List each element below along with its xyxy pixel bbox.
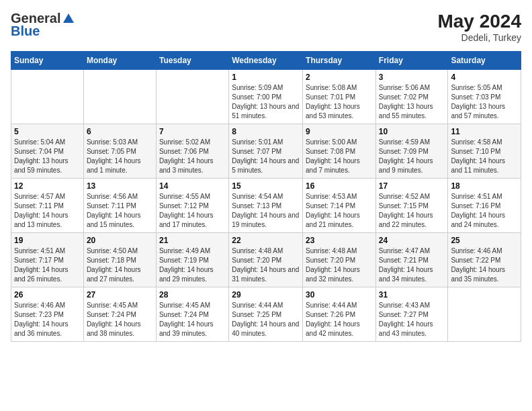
day-number: 3 <box>379 73 445 82</box>
calendar-cell: 18Sunrise: 4:51 AMSunset: 7:16 PMDayligh… <box>448 179 521 233</box>
day-info: Sunrise: 4:52 AMSunset: 7:15 PMDaylight:… <box>379 192 445 230</box>
calendar-table: SundayMondayTuesdayWednesdayThursdayFrid… <box>11 51 521 342</box>
day-number: 28 <box>159 290 226 300</box>
calendar-cell: 15Sunrise: 4:54 AMSunset: 7:13 PMDayligh… <box>229 179 303 233</box>
page-header: General Blue May 2024 Dedeli, Turkey <box>11 11 521 43</box>
calendar-cell: 7Sunrise: 5:02 AMSunset: 7:06 PMDaylight… <box>156 124 228 179</box>
calendar-cell: 12Sunrise: 4:57 AMSunset: 7:11 PMDayligh… <box>11 179 84 233</box>
day-number: 27 <box>87 290 153 300</box>
day-number: 5 <box>14 127 81 136</box>
day-info: Sunrise: 5:02 AMSunset: 7:06 PMDaylight:… <box>159 138 226 175</box>
calendar-cell: 20Sunrise: 4:50 AMSunset: 7:18 PMDayligh… <box>83 233 156 287</box>
day-info: Sunrise: 4:44 AMSunset: 7:25 PMDaylight:… <box>232 301 300 338</box>
month-title: May 2024 <box>437 11 521 32</box>
calendar-cell <box>448 287 521 342</box>
day-number: 6 <box>87 127 153 136</box>
calendar-week-row: 5Sunrise: 5:04 AMSunset: 7:04 PMDaylight… <box>11 124 521 179</box>
calendar-cell: 4Sunrise: 5:05 AMSunset: 7:03 PMDaylight… <box>448 70 521 124</box>
calendar-week-row: 1Sunrise: 5:09 AMSunset: 7:00 PMDaylight… <box>11 70 521 124</box>
weekday-header-friday: Friday <box>375 52 448 70</box>
day-info: Sunrise: 4:43 AMSunset: 7:27 PMDaylight:… <box>379 301 445 338</box>
calendar-cell: 19Sunrise: 4:51 AMSunset: 7:17 PMDayligh… <box>11 233 84 287</box>
day-info: Sunrise: 5:06 AMSunset: 7:02 PMDaylight:… <box>379 83 445 121</box>
calendar-cell: 2Sunrise: 5:08 AMSunset: 7:01 PMDaylight… <box>303 70 376 124</box>
calendar-week-row: 12Sunrise: 4:57 AMSunset: 7:11 PMDayligh… <box>11 179 521 233</box>
calendar-cell <box>156 70 228 124</box>
calendar-cell <box>83 70 156 124</box>
day-info: Sunrise: 5:01 AMSunset: 7:07 PMDaylight:… <box>232 138 300 175</box>
day-info: Sunrise: 5:08 AMSunset: 7:01 PMDaylight:… <box>306 83 373 121</box>
calendar-cell: 1Sunrise: 5:09 AMSunset: 7:00 PMDaylight… <box>229 70 303 124</box>
day-number: 4 <box>451 73 518 82</box>
day-info: Sunrise: 4:58 AMSunset: 7:10 PMDaylight:… <box>451 138 518 175</box>
day-info: Sunrise: 4:56 AMSunset: 7:11 PMDaylight:… <box>87 192 153 230</box>
weekday-header-wednesday: Wednesday <box>229 52 303 70</box>
calendar-cell: 13Sunrise: 4:56 AMSunset: 7:11 PMDayligh… <box>83 179 156 233</box>
calendar-cell: 22Sunrise: 4:48 AMSunset: 7:20 PMDayligh… <box>229 233 303 287</box>
calendar-cell: 5Sunrise: 5:04 AMSunset: 7:04 PMDaylight… <box>11 124 84 179</box>
day-info: Sunrise: 4:57 AMSunset: 7:11 PMDaylight:… <box>14 192 81 230</box>
calendar-cell: 17Sunrise: 4:52 AMSunset: 7:15 PMDayligh… <box>375 179 448 233</box>
calendar-cell: 8Sunrise: 5:01 AMSunset: 7:07 PMDaylight… <box>229 124 303 179</box>
day-info: Sunrise: 5:09 AMSunset: 7:00 PMDaylight:… <box>232 83 300 121</box>
day-number: 15 <box>232 181 300 191</box>
title-area: May 2024 Dedeli, Turkey <box>437 11 521 43</box>
calendar-cell: 23Sunrise: 4:48 AMSunset: 7:20 PMDayligh… <box>303 233 376 287</box>
calendar-cell: 21Sunrise: 4:49 AMSunset: 7:19 PMDayligh… <box>156 233 228 287</box>
logo-blue-text: Blue <box>11 24 75 39</box>
day-info: Sunrise: 4:59 AMSunset: 7:09 PMDaylight:… <box>379 138 445 175</box>
day-info: Sunrise: 4:48 AMSunset: 7:20 PMDaylight:… <box>306 246 373 284</box>
weekday-header-sunday: Sunday <box>11 52 84 70</box>
calendar-cell: 25Sunrise: 4:46 AMSunset: 7:22 PMDayligh… <box>448 233 521 287</box>
calendar-cell: 6Sunrise: 5:03 AMSunset: 7:05 PMDaylight… <box>83 124 156 179</box>
day-info: Sunrise: 4:53 AMSunset: 7:14 PMDaylight:… <box>306 192 373 230</box>
day-number: 31 <box>379 290 445 300</box>
day-number: 17 <box>379 181 445 191</box>
day-number: 30 <box>306 290 373 300</box>
calendar-cell: 16Sunrise: 4:53 AMSunset: 7:14 PMDayligh… <box>303 179 376 233</box>
day-number: 23 <box>306 236 373 245</box>
day-number: 16 <box>306 181 373 191</box>
day-number: 25 <box>451 236 518 245</box>
calendar-cell: 24Sunrise: 4:47 AMSunset: 7:21 PMDayligh… <box>375 233 448 287</box>
calendar-week-row: 19Sunrise: 4:51 AMSunset: 7:17 PMDayligh… <box>11 233 521 287</box>
day-info: Sunrise: 4:48 AMSunset: 7:20 PMDaylight:… <box>232 246 300 284</box>
day-info: Sunrise: 4:44 AMSunset: 7:26 PMDaylight:… <box>306 301 373 338</box>
day-info: Sunrise: 4:45 AMSunset: 7:24 PMDaylight:… <box>87 301 153 338</box>
svg-marker-0 <box>63 13 74 23</box>
day-number: 11 <box>451 127 518 136</box>
calendar-cell: 28Sunrise: 4:45 AMSunset: 7:24 PMDayligh… <box>156 287 228 342</box>
day-info: Sunrise: 4:51 AMSunset: 7:16 PMDaylight:… <box>451 192 518 230</box>
weekday-header-thursday: Thursday <box>303 52 376 70</box>
day-info: Sunrise: 4:54 AMSunset: 7:13 PMDaylight:… <box>232 192 300 230</box>
calendar-cell: 26Sunrise: 4:46 AMSunset: 7:23 PMDayligh… <box>11 287 84 342</box>
day-number: 21 <box>159 236 226 245</box>
day-number: 1 <box>232 73 300 82</box>
day-number: 14 <box>159 181 226 191</box>
day-info: Sunrise: 4:46 AMSunset: 7:23 PMDaylight:… <box>14 301 81 338</box>
day-number: 7 <box>159 127 226 136</box>
day-info: Sunrise: 4:47 AMSunset: 7:21 PMDaylight:… <box>379 246 445 284</box>
calendar-cell: 3Sunrise: 5:06 AMSunset: 7:02 PMDaylight… <box>375 70 448 124</box>
day-info: Sunrise: 5:04 AMSunset: 7:04 PMDaylight:… <box>14 138 81 175</box>
day-number: 8 <box>232 127 300 136</box>
day-info: Sunrise: 4:55 AMSunset: 7:12 PMDaylight:… <box>159 192 226 230</box>
day-info: Sunrise: 4:49 AMSunset: 7:19 PMDaylight:… <box>159 246 226 284</box>
calendar-cell: 31Sunrise: 4:43 AMSunset: 7:27 PMDayligh… <box>375 287 448 342</box>
day-number: 26 <box>14 290 81 300</box>
calendar-cell: 27Sunrise: 4:45 AMSunset: 7:24 PMDayligh… <box>83 287 156 342</box>
calendar-cell: 11Sunrise: 4:58 AMSunset: 7:10 PMDayligh… <box>448 124 521 179</box>
day-number: 29 <box>232 290 300 300</box>
weekday-header-tuesday: Tuesday <box>156 52 228 70</box>
day-number: 22 <box>232 236 300 245</box>
day-number: 18 <box>451 181 518 191</box>
location-subtitle: Dedeli, Turkey <box>437 32 521 43</box>
day-number: 9 <box>306 127 373 136</box>
day-number: 24 <box>379 236 445 245</box>
day-info: Sunrise: 5:03 AMSunset: 7:05 PMDaylight:… <box>87 138 153 175</box>
logo: General Blue <box>11 11 75 39</box>
day-info: Sunrise: 4:45 AMSunset: 7:24 PMDaylight:… <box>159 301 226 338</box>
weekday-header-row: SundayMondayTuesdayWednesdayThursdayFrid… <box>11 52 521 70</box>
day-info: Sunrise: 5:05 AMSunset: 7:03 PMDaylight:… <box>451 83 518 121</box>
calendar-cell: 10Sunrise: 4:59 AMSunset: 7:09 PMDayligh… <box>375 124 448 179</box>
